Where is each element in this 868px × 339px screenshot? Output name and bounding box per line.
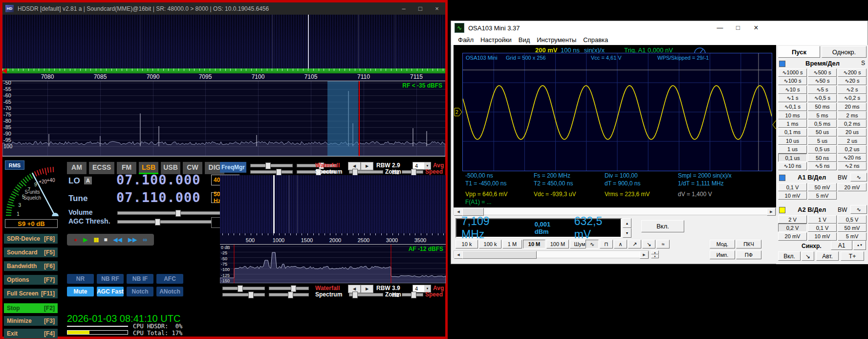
minimize-button[interactable]: — bbox=[711, 21, 729, 34]
sidebar-button-minimize[interactable]: Minimize[F3] bbox=[4, 316, 58, 326]
zoom-slider[interactable] bbox=[349, 293, 383, 296]
vdiv-button[interactable]: 20 mV bbox=[778, 232, 807, 241]
display-slider[interactable] bbox=[250, 170, 293, 174]
display-slider[interactable] bbox=[269, 287, 309, 290]
vdiv-button[interactable]: 50 mV bbox=[838, 224, 867, 232]
ramp-up-icon[interactable]: ↗ bbox=[628, 240, 641, 249]
mod-button-1[interactable]: ПКЧ bbox=[736, 240, 761, 249]
timebase-button[interactable]: 0,2 us bbox=[838, 145, 867, 154]
timebase-button[interactable]: ∿10 s bbox=[778, 86, 807, 94]
osa-title-bar[interactable]: ∿ OSA103 Mini 3.37 bbox=[451, 21, 868, 35]
sidebar-button-sdr-device[interactable]: SDR-Device[F8] bbox=[4, 234, 58, 244]
timebase-button[interactable]: ∿5 ns bbox=[808, 162, 837, 170]
timebase-button[interactable]: 50 ns bbox=[808, 154, 837, 162]
sidebar-button-options[interactable]: Options[F7] bbox=[4, 275, 58, 285]
vdiv-button[interactable]: 0,1 V bbox=[808, 224, 837, 232]
timebase-button[interactable]: ∿5 s bbox=[808, 86, 837, 94]
menu-item-инструменты[interactable]: Инструменты bbox=[537, 36, 576, 44]
menu-item-файл[interactable]: Файл bbox=[458, 36, 474, 44]
rf-frequency-scalebar[interactable] bbox=[2, 68, 445, 73]
lo-a-toggle[interactable]: A bbox=[84, 177, 92, 184]
dsp-button-anotch[interactable]: ANotch bbox=[156, 287, 183, 296]
menu-item-настройки[interactable]: Настройки bbox=[480, 36, 512, 44]
noise-icon[interactable]: ≈ bbox=[656, 240, 670, 249]
vdiv-button[interactable]: 10 mV bbox=[808, 232, 837, 241]
run-button[interactable]: Пуск bbox=[778, 46, 820, 58]
spin-up-icon[interactable]: ▲ bbox=[651, 250, 659, 254]
spin-down-icon[interactable]: ▼ bbox=[623, 228, 631, 238]
sine-wave-icon[interactable]: ∿ bbox=[586, 240, 599, 249]
speed-slider-thumb[interactable] bbox=[411, 169, 416, 176]
forward-icon[interactable]: ▶▶ bbox=[128, 237, 137, 243]
rf-spectrum-display[interactable]: RF < -35 dBFS -50-55-60-65-70-75-80-85-9… bbox=[2, 81, 445, 157]
single-shot-button[interactable]: Однокр. bbox=[822, 46, 867, 58]
minimize-button[interactable]: – bbox=[395, 5, 412, 12]
record-icon[interactable]: ● bbox=[74, 237, 77, 243]
volume-slider[interactable] bbox=[117, 211, 223, 215]
zoom-slider[interactable] bbox=[349, 170, 383, 174]
range-button-10k[interactable]: 10 k bbox=[456, 240, 478, 249]
speed-slider[interactable] bbox=[402, 170, 423, 174]
zoom-slider-thumb[interactable] bbox=[352, 292, 358, 298]
generator-hscrollbar[interactable]: ◀ ▶ bbox=[454, 250, 649, 258]
zoom-slider-thumb[interactable] bbox=[352, 169, 358, 176]
range-button-1M[interactable]: 1 M bbox=[502, 240, 522, 249]
mod-button2-1[interactable]: ПФ bbox=[736, 250, 761, 259]
vdiv-button[interactable]: 10 mV bbox=[778, 191, 807, 200]
timebase-button[interactable]: ∿200 s bbox=[838, 68, 867, 77]
timebase-button[interactable]: 0,1 us bbox=[778, 154, 807, 162]
dsp-button-nb-if[interactable]: NB IF bbox=[127, 274, 153, 284]
dsp-button-afc[interactable]: AFC bbox=[156, 274, 183, 284]
dsp-button-agc-fast[interactable]: AGC Fast bbox=[97, 287, 124, 296]
timebase-button[interactable]: 0,5 us bbox=[808, 145, 837, 154]
agc-threshold-slider[interactable] bbox=[117, 220, 223, 224]
timebase-button[interactable]: ∿20 s bbox=[838, 77, 867, 85]
timebase-button[interactable]: 0,1 ms bbox=[778, 128, 807, 136]
vdiv-button[interactable]: 1 V bbox=[808, 215, 837, 224]
generator-enable-button[interactable]: Вкл. bbox=[641, 220, 684, 232]
dsp-button-notch[interactable]: Notch bbox=[127, 287, 153, 296]
square-wave-icon[interactable]: ⊓ bbox=[600, 240, 613, 249]
timebase-button[interactable]: 1 us bbox=[778, 145, 807, 154]
scope-plot[interactable]: OSA103 Mini Grid = 500 x 256 Vcc = 4,61 … bbox=[462, 53, 772, 171]
range-button-10M[interactable]: 10 M bbox=[523, 240, 545, 249]
channel2-marker-icon[interactable]: 2 bbox=[454, 108, 463, 116]
range-button-100M[interactable]: 100 M bbox=[546, 240, 569, 249]
timebase-button[interactable]: ∿2 ns bbox=[838, 162, 867, 170]
sidebar-button-bandwidth[interactable]: Bandwidth[F6] bbox=[4, 261, 58, 271]
vdiv-button[interactable]: 20 mV bbox=[838, 183, 867, 191]
timebase-button[interactable]: ∿0,1 s bbox=[778, 103, 807, 111]
speed-slider-thumb[interactable] bbox=[411, 292, 416, 298]
freqmgr-button[interactable]: FreqMgr bbox=[220, 162, 246, 173]
timebase-button[interactable]: 5 us bbox=[808, 136, 837, 145]
triangle-wave-icon[interactable]: ∧ bbox=[614, 240, 627, 249]
timebase-button[interactable]: ∿10 ns bbox=[778, 162, 807, 170]
mod-button-0[interactable]: Мод. bbox=[710, 240, 735, 249]
meter-mode-button[interactable]: RMS bbox=[5, 160, 24, 170]
a1-bw-filter-button[interactable]: ∿ bbox=[850, 173, 867, 181]
timebase-button[interactable]: 0,2 ms bbox=[838, 119, 867, 128]
hdsdr-title-bar[interactable]: HD HDSDR [default] v2.81 a | Soundcard(M… bbox=[2, 2, 445, 15]
timebase-button[interactable]: ∿500 s bbox=[808, 68, 837, 77]
timebase-button[interactable]: 20 ms bbox=[838, 103, 867, 111]
volume-slider-thumb[interactable] bbox=[175, 210, 181, 217]
step-right-icon[interactable]: ▶ bbox=[361, 285, 373, 293]
vdiv-button[interactable]: 50 mV bbox=[808, 183, 837, 191]
speed-slider[interactable] bbox=[402, 293, 423, 296]
display-slider[interactable] bbox=[269, 293, 309, 296]
timebase-button[interactable]: 50 us bbox=[808, 128, 837, 136]
step-right-icon[interactable]: ▶ bbox=[361, 162, 373, 170]
sync-enable-button[interactable]: Вкл. bbox=[778, 251, 801, 261]
timebase-button[interactable]: ∿100 s bbox=[778, 77, 807, 85]
timebase-button[interactable]: 2 ms bbox=[838, 111, 867, 119]
a1-color-swatch[interactable] bbox=[779, 175, 785, 181]
scroll-left-icon[interactable]: ◀ bbox=[454, 251, 463, 259]
timebase-button[interactable]: ∿2 s bbox=[838, 86, 867, 94]
timebase-button[interactable]: 0,5 ms bbox=[808, 119, 837, 128]
display-slider[interactable] bbox=[222, 287, 265, 290]
timebase-button[interactable]: ∿50 s bbox=[808, 77, 837, 85]
timebase-button[interactable]: 2 us bbox=[838, 136, 867, 145]
range-button-100k[interactable]: 100 k bbox=[479, 240, 501, 249]
menu-item-вид[interactable]: Вид bbox=[519, 36, 530, 44]
dsp-button-nr[interactable]: NR bbox=[67, 274, 94, 284]
